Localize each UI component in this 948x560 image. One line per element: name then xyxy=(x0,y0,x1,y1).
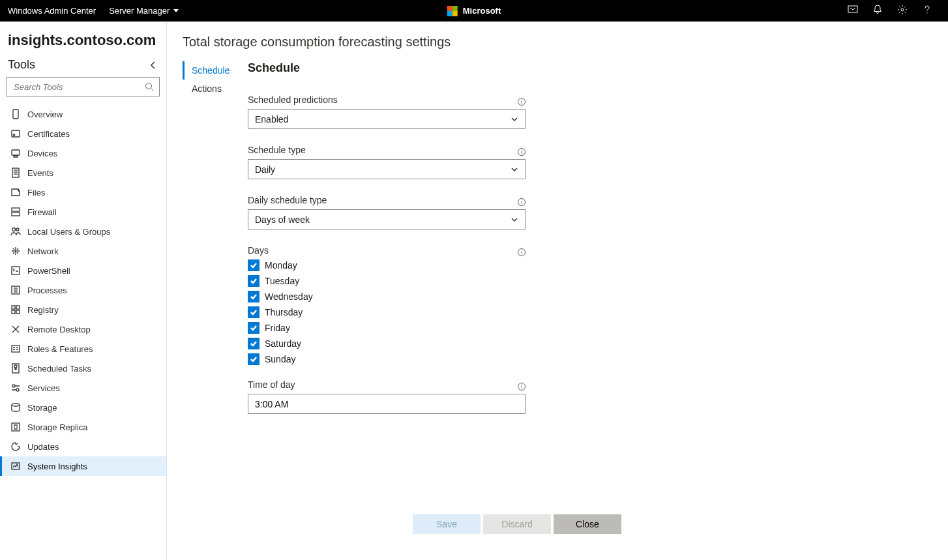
day-row-sunday: Sunday xyxy=(248,353,526,365)
sidebar-item-registry[interactable]: Registry xyxy=(0,300,166,319)
info-icon[interactable]: i xyxy=(518,98,526,106)
svg-point-17 xyxy=(15,250,16,252)
sidebar-item-system-insights[interactable]: System Insights xyxy=(0,456,166,476)
info-icon[interactable]: i xyxy=(518,248,526,256)
svg-point-31 xyxy=(16,389,19,391)
tool-icon xyxy=(10,207,21,217)
tool-icon xyxy=(10,168,21,178)
tool-icon xyxy=(10,285,21,295)
product-name[interactable]: Windows Admin Center xyxy=(8,6,96,16)
svg-rect-0 xyxy=(848,6,857,12)
sidebar-item-certificates[interactable]: Certificates xyxy=(0,124,166,143)
sidebar-item-powershell[interactable]: PowerShell xyxy=(0,261,166,280)
sidebar-item-label: Files xyxy=(27,188,45,198)
chevron-down-icon xyxy=(511,166,518,173)
checkbox-monday[interactable] xyxy=(248,259,259,271)
help-icon[interactable] xyxy=(922,5,932,17)
feedback-icon[interactable] xyxy=(848,5,858,17)
tool-icon xyxy=(10,148,21,158)
info-icon[interactable]: i xyxy=(518,198,526,206)
svg-rect-5 xyxy=(12,130,20,137)
sidebar-item-services[interactable]: Services xyxy=(0,378,166,398)
svg-rect-13 xyxy=(12,208,20,211)
svg-point-32 xyxy=(12,404,20,406)
chevron-down-icon xyxy=(173,9,179,12)
notification-icon[interactable] xyxy=(872,5,883,17)
settings-icon[interactable] xyxy=(897,5,908,17)
discard-button[interactable]: Discard xyxy=(483,514,551,534)
sidebar-item-network[interactable]: Network xyxy=(0,241,166,261)
schedule-type-label: Schedule type xyxy=(248,145,306,155)
schedule-type-select[interactable]: Daily xyxy=(248,159,526,179)
host-title: insights.contoso.com xyxy=(0,22,166,55)
sidebar-item-storage[interactable]: Storage xyxy=(0,398,166,417)
sidebar-item-files[interactable]: Files xyxy=(0,183,166,202)
settings-subnav: ScheduleActions xyxy=(183,61,248,414)
sidebar-item-events[interactable]: Events xyxy=(0,163,166,183)
checkbox-thursday[interactable] xyxy=(248,306,259,318)
search-input-field[interactable] xyxy=(12,81,145,93)
form-title: Schedule xyxy=(248,61,526,75)
svg-rect-23 xyxy=(12,306,15,309)
scheduled-predictions-label: Scheduled predictions xyxy=(248,95,338,105)
day-label: Sunday xyxy=(265,354,295,364)
subnav-actions[interactable]: Actions xyxy=(183,80,248,98)
checkbox-friday[interactable] xyxy=(248,322,259,334)
day-label: Tuesday xyxy=(265,276,299,286)
context-dropdown[interactable]: Server Manager xyxy=(109,6,179,16)
sidebar-item-scheduled-tasks[interactable]: Scheduled Tasks xyxy=(0,359,166,378)
svg-rect-14 xyxy=(12,213,20,216)
subnav-schedule[interactable]: Schedule xyxy=(183,61,248,80)
tool-icon xyxy=(10,265,21,276)
sidebar-item-processes[interactable]: Processes xyxy=(0,280,166,300)
daily-schedule-type-label: Daily schedule type xyxy=(248,195,327,205)
sidebar-item-label: Overview xyxy=(27,110,63,119)
close-button[interactable]: Close xyxy=(554,514,621,534)
sidebar-item-overview[interactable]: Overview xyxy=(0,104,166,124)
svg-rect-25 xyxy=(16,306,20,309)
search-tools-input[interactable] xyxy=(7,77,160,96)
tool-icon xyxy=(10,363,21,374)
main-content: Total storage consumption forecasting se… xyxy=(167,22,948,560)
tool-icon xyxy=(10,304,21,315)
tool-icon xyxy=(10,109,21,119)
checkbox-wednesday[interactable] xyxy=(248,291,259,302)
sidebar-item-remote-desktop[interactable]: Remote Desktop xyxy=(0,319,166,339)
microsoft-logo-icon xyxy=(447,6,458,16)
collapse-sidebar-icon[interactable] xyxy=(149,61,157,69)
tool-icon xyxy=(10,461,21,471)
info-icon[interactable]: i xyxy=(518,383,526,391)
search-icon xyxy=(145,82,154,91)
tool-icon xyxy=(10,246,21,256)
sidebar-item-updates[interactable]: Updates xyxy=(0,437,166,456)
time-of-day-input[interactable] xyxy=(248,394,526,414)
day-label: Thursday xyxy=(265,307,303,317)
chevron-down-icon xyxy=(511,216,518,224)
sidebar-item-local-users-groups[interactable]: Local Users & Groups xyxy=(0,222,166,241)
days-label: Days xyxy=(248,245,269,256)
sidebar-item-storage-replica[interactable]: Storage Replica xyxy=(0,417,166,437)
scheduled-predictions-select[interactable]: Enabled xyxy=(248,109,526,129)
daily-schedule-type-value: Days of week xyxy=(255,214,310,225)
svg-point-15 xyxy=(12,228,16,231)
svg-rect-3 xyxy=(13,110,18,119)
sidebar-item-roles-features[interactable]: Roles & Features xyxy=(0,339,166,359)
tool-icon xyxy=(10,383,21,393)
sidebar-item-label: Registry xyxy=(27,305,59,315)
schedule-form: Schedule Scheduled predictions i Enabled… xyxy=(248,61,526,414)
brand: Microsoft xyxy=(447,6,501,16)
info-icon[interactable]: i xyxy=(518,148,526,156)
daily-schedule-type-select[interactable]: Days of week xyxy=(248,209,526,229)
checkbox-sunday[interactable] xyxy=(248,353,259,365)
tool-list: OverviewCertificatesDevicesEventsFilesFi… xyxy=(0,104,166,560)
checkbox-saturday[interactable] xyxy=(248,338,259,349)
sidebar-item-label: Updates xyxy=(27,442,59,452)
sidebar-item-devices[interactable]: Devices xyxy=(0,143,166,163)
checkbox-tuesday[interactable] xyxy=(248,275,259,287)
sidebar-item-firewall[interactable]: Firewall xyxy=(0,202,166,222)
day-label: Friday xyxy=(265,323,290,333)
sidebar-item-label: Roles & Features xyxy=(27,344,93,354)
svg-rect-9 xyxy=(12,168,19,177)
sidebar-item-label: Certificates xyxy=(27,129,70,139)
save-button[interactable]: Save xyxy=(413,514,481,534)
